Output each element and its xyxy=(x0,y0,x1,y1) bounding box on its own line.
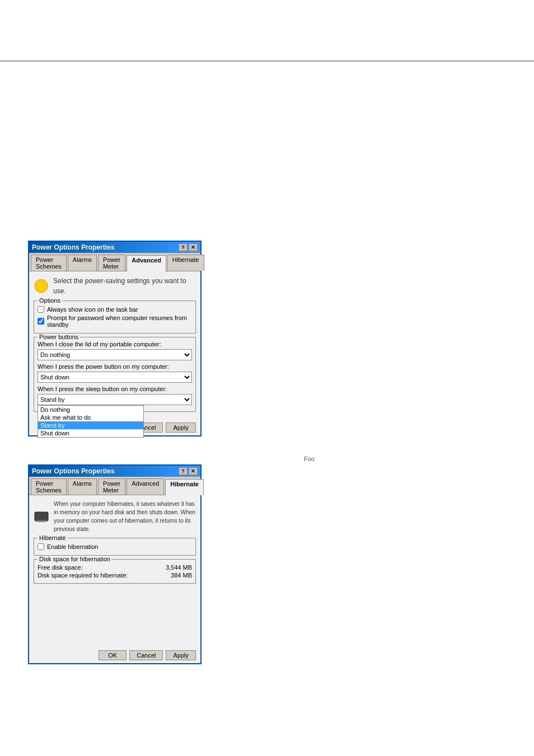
dialog-titlebar-hibernate: Power Options Properties ? ✕ xyxy=(29,466,200,477)
power-options-dialog-advanced: Power Options Properties ? ✕ Power Schem… xyxy=(28,241,202,436)
foo-text: Foo xyxy=(304,456,315,462)
sleep-dropdown-list: Do nothing Ask me what to do Stand by Sh… xyxy=(38,405,144,438)
hibernate-section-title: Hibernate xyxy=(38,534,68,541)
tab-power-meter-hib[interactable]: Power Meter xyxy=(98,478,125,495)
disk-space-section: Disk space for hibernation Free disk spa… xyxy=(34,559,196,584)
power-buttons-title: Power buttons xyxy=(38,334,80,340)
hibernate-desc-text: When your computer hibernates, it saves … xyxy=(54,500,196,533)
tab-alarms[interactable]: Alarms xyxy=(68,255,97,271)
checkbox-password-prompt: Prompt for password when computer resume… xyxy=(38,314,192,328)
tab-power-schemes-hib[interactable]: Power Schemes xyxy=(31,478,67,495)
apply-btn-hib[interactable]: Apply xyxy=(166,650,196,660)
dialog-title-advanced: Power Options Properties xyxy=(32,243,114,251)
hibernate-icon-row: When your computer hibernates, it saves … xyxy=(34,500,196,533)
tab-hibernate-hib[interactable]: Hibernate xyxy=(165,479,204,495)
free-disk-value: 3,544 MB xyxy=(166,564,192,571)
dialog-help-btn-hib[interactable]: ? xyxy=(179,467,188,475)
svg-rect-6 xyxy=(35,512,48,521)
lid-close-select[interactable]: Do nothing xyxy=(38,349,192,360)
dialog-titlebar-buttons: ? ✕ xyxy=(179,243,198,251)
tab-alarms-hib[interactable]: Alarms xyxy=(68,478,97,495)
sleep-btn-select[interactable]: Stand by xyxy=(38,394,192,405)
ok-btn-hib[interactable]: OK xyxy=(99,650,127,660)
power-options-dialog-hibernate: Power Options Properties ? ✕ Power Schem… xyxy=(28,464,202,664)
dialog-icon-row: ⚡ Select the power-saving settings you w… xyxy=(34,276,196,296)
dialog-title-hibernate: Power Options Properties xyxy=(32,467,114,475)
sleep-btn-label: When I press the sleep button on my comp… xyxy=(38,386,192,392)
power-btn-label: When I press the power button on my comp… xyxy=(38,363,192,370)
dropdown-shutdown[interactable]: Shut down xyxy=(38,429,143,437)
dialog-close-btn-hib[interactable]: ✕ xyxy=(189,467,198,475)
lid-close-label: When I close the lid of my portable comp… xyxy=(38,341,192,348)
required-disk-row: Disk space required to hibernate: 384 MB xyxy=(38,572,192,579)
free-disk-row: Free disk space: 3,544 MB xyxy=(38,564,192,571)
free-disk-label: Free disk space: xyxy=(38,564,83,571)
power-options-icon: ⚡ xyxy=(34,278,49,294)
enable-hibernate-label: Enable hibernation xyxy=(47,543,99,550)
apply-btn-advanced[interactable]: Apply xyxy=(166,422,196,433)
top-section: ⊞ start Log off ✓ Log off Shut down Rest… xyxy=(28,241,161,309)
checkbox-taskbar-icon-input[interactable] xyxy=(38,306,44,313)
tab-power-meter[interactable]: Power Meter xyxy=(98,255,125,271)
checkbox-taskbar-label: Always show icon on the task bar xyxy=(47,306,138,313)
options-section: Options Always show icon on the task bar… xyxy=(34,300,196,334)
dropdown-ask-me[interactable]: Ask me what to do xyxy=(38,414,143,421)
dialog-desc-text: Select the power-saving settings you wan… xyxy=(53,276,196,296)
empty-space xyxy=(34,587,196,643)
dialog-content-advanced: ⚡ Select the power-saving settings you w… xyxy=(29,271,200,420)
tab-advanced-hib[interactable]: Advanced xyxy=(127,478,164,495)
hibernate-icon xyxy=(34,509,49,524)
dialog-titlebar-btns-hibernate: ? ✕ xyxy=(179,467,198,475)
dialog-close-btn[interactable]: ✕ xyxy=(189,243,198,251)
options-section-title: Options xyxy=(38,297,62,304)
sleep-btn-select-container: Stand by Do nothing Ask me what to do St… xyxy=(38,394,192,408)
disk-space-title: Disk space for hibernation xyxy=(38,556,112,562)
dialog-help-btn[interactable]: ? xyxy=(179,243,188,251)
required-disk-value: 384 MB xyxy=(171,572,192,579)
dialog-tabs-hibernate: Power Schemes Alarms Power Meter Advance… xyxy=(29,477,200,495)
svg-rect-8 xyxy=(38,521,45,522)
power-buttons-section: Power buttons When I close the lid of my… xyxy=(34,337,196,412)
checkbox-password-input[interactable] xyxy=(38,318,44,325)
tab-power-schemes[interactable]: Power Schemes xyxy=(31,255,67,271)
enable-hibernate-checkbox[interactable] xyxy=(38,543,44,550)
enable-hibernate-row: Enable hibernation xyxy=(38,543,192,550)
checkbox-password-label: Prompt for password when computer resume… xyxy=(47,314,192,328)
required-disk-label: Disk space required to hibernate: xyxy=(38,572,128,579)
dialog-footer-hibernate: OK Cancel Apply xyxy=(29,647,200,663)
tab-hibernate-top[interactable]: Hibernate xyxy=(167,255,204,271)
cancel-btn-hib[interactable]: Cancel xyxy=(129,650,163,660)
dropdown-standby[interactable]: Stand by xyxy=(38,421,143,429)
bottom-section: ⊞ start Shut down ✓ Log off Shut down Re… xyxy=(28,464,161,533)
dialog-tabs-advanced: Power Schemes Alarms Power Meter Advance… xyxy=(29,253,200,271)
dropdown-do-nothing[interactable]: Do nothing xyxy=(38,406,143,414)
tab-advanced[interactable]: Advanced xyxy=(127,255,166,271)
hibernate-section: Hibernate Enable hibernation xyxy=(34,538,196,556)
svg-text:⚡: ⚡ xyxy=(36,281,46,291)
dialog-titlebar-advanced: Power Options Properties ? ✕ xyxy=(29,242,200,253)
checkbox-taskbar-icon: Always show icon on the task bar xyxy=(38,306,192,313)
dialog-content-hibernate: When your computer hibernates, it saves … xyxy=(29,495,200,647)
top-divider xyxy=(0,60,534,62)
power-btn-select[interactable]: Shut down xyxy=(38,372,192,383)
